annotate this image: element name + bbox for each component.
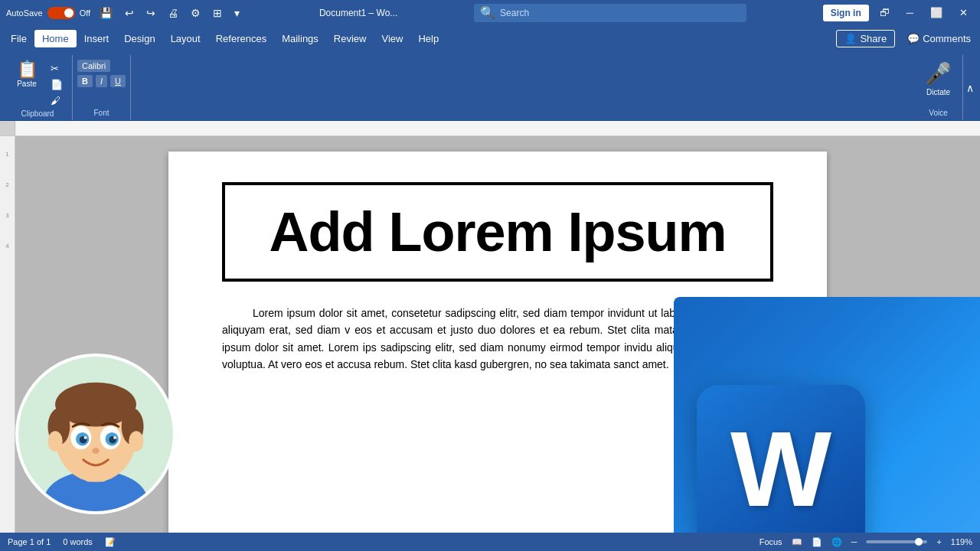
menu-right: 👤 Share 💬 Comments — [836, 30, 977, 47]
menu-design[interactable]: Design — [116, 30, 162, 47]
format-painter-button[interactable]: 🖌 — [46, 93, 67, 108]
bold-button[interactable]: B — [77, 75, 93, 87]
minimize-icon[interactable]: ─ — [900, 7, 920, 18]
horizontal-ruler — [15, 121, 980, 135]
autosave-toggle[interactable] — [47, 7, 75, 19]
svg-point-14 — [113, 436, 116, 439]
dictate-button[interactable]: 🎤 Dictate — [919, 58, 958, 99]
vertical-ruler: 1 2 3 4 — [0, 136, 15, 533]
print-preview-icon[interactable]: 🖨 — [165, 5, 181, 21]
voice-label: Voice — [929, 107, 947, 120]
share-icon: 👤 — [844, 33, 857, 44]
cut-icon: ✂ — [51, 63, 59, 74]
font-group-label: Font — [93, 107, 109, 120]
svg-point-13 — [84, 436, 87, 439]
search-icon: 🔍 — [480, 5, 495, 20]
document-title[interactable]: Add Lorem Ipsum — [269, 201, 726, 262]
avatar-svg — [18, 357, 173, 511]
menu-references[interactable]: References — [208, 30, 274, 47]
copy-button[interactable]: 📄 — [46, 77, 67, 92]
more-icon[interactable]: ▾ — [231, 5, 243, 21]
cut-button[interactable]: ✂ — [46, 61, 67, 76]
word-count[interactable]: 0 words — [63, 537, 93, 546]
comment-icon: 💬 — [907, 33, 920, 44]
menu-insert[interactable]: Insert — [77, 30, 117, 47]
ribbon-voice-group: 🎤 Dictate Voice — [914, 55, 963, 120]
ribbon-spacer — [131, 55, 914, 120]
share-label: Share — [860, 33, 887, 44]
word-logo-overlay: W — [674, 297, 980, 533]
save-icon[interactable]: 💾 — [96, 5, 116, 21]
titlebar-right: Sign in 🗗 ─ ⬜ ✕ — [823, 5, 974, 21]
main-area: 1 2 3 4 Add Lorem Ipsum Lorem ipsum dolo… — [0, 136, 980, 533]
restore-icon[interactable]: 🗗 — [874, 7, 896, 18]
signin-button[interactable]: Sign in — [823, 5, 869, 21]
track-changes-icon[interactable]: 📝 — [105, 537, 116, 547]
italic-button[interactable]: I — [96, 75, 107, 87]
print-layout-icon[interactable]: 📄 — [812, 537, 822, 547]
share-button[interactable]: 👤 Share — [836, 30, 895, 47]
format-painter-icon: 🖌 — [51, 95, 60, 106]
word-w-letter: W — [730, 416, 831, 523]
paste-button[interactable]: 📋 Paste — [8, 58, 46, 91]
ruler-area — [0, 121, 980, 136]
close-icon[interactable]: ✕ — [953, 7, 974, 18]
italic-icon: I — [100, 77, 103, 86]
clipboard-content: 📋 Paste ✂ 📄 🖌 — [8, 55, 67, 108]
page-info[interactable]: Page 1 of 1 — [8, 537, 51, 546]
ruler-mark-4: 4 — [0, 243, 15, 249]
underline-button[interactable]: U — [110, 75, 126, 87]
menu-bar: File Home Insert Design Layout Reference… — [0, 25, 980, 52]
search-placeholder: Search — [500, 8, 529, 18]
search-box[interactable]: 🔍 Search — [474, 4, 746, 22]
table-icon[interactable]: ⊞ — [210, 5, 225, 21]
menu-mailings[interactable]: Mailings — [274, 30, 326, 47]
dictate-label: Dictate — [926, 88, 950, 96]
word-icon-box: W — [697, 385, 865, 533]
toggle-thumb — [64, 8, 74, 18]
menu-layout[interactable]: Layout — [163, 30, 208, 47]
svg-point-16 — [47, 431, 62, 452]
zoom-slider[interactable] — [866, 540, 927, 543]
zoom-thumb — [915, 538, 923, 546]
maximize-icon[interactable]: ⬜ — [924, 7, 949, 18]
menu-file[interactable]: File — [3, 30, 34, 47]
autosave-area: AutoSave Off — [6, 7, 90, 19]
font-family-selector[interactable]: Calibri — [77, 60, 110, 72]
comments-button[interactable]: 💬 Comments — [901, 31, 977, 47]
voice-content: 🎤 Dictate — [919, 55, 958, 107]
copy-icon: 📄 — [51, 79, 63, 90]
svg-point-17 — [129, 431, 143, 452]
read-mode-icon[interactable]: 📖 — [792, 537, 802, 547]
status-right: Focus 📖 📄 🌐 ─ + 119% — [760, 537, 972, 547]
word-logo-background: W — [674, 297, 980, 533]
menu-home[interactable]: Home — [34, 30, 77, 47]
web-layout-icon[interactable]: 🌐 — [831, 537, 842, 547]
menu-view[interactable]: View — [374, 30, 410, 47]
zoom-level[interactable]: 119% — [951, 537, 972, 546]
paste-label: Paste — [17, 80, 37, 88]
paste-icon: 📋 — [17, 61, 38, 78]
underline-icon: U — [115, 77, 121, 86]
avatar-overlay — [15, 354, 176, 514]
focus-button[interactable]: Focus — [760, 537, 782, 546]
menu-review[interactable]: Review — [326, 30, 374, 47]
ribbon-clipboard-group: 📋 Paste ✂ 📄 🖌 Clipboard — [3, 55, 73, 120]
zoom-in-icon[interactable]: + — [936, 537, 941, 546]
dictate-icon: 🎤 — [925, 61, 952, 86]
ruler-mark-3: 3 — [0, 213, 15, 219]
autosave-state: Off — [80, 8, 90, 18]
svg-point-15 — [92, 448, 100, 454]
menu-help[interactable]: Help — [410, 30, 446, 47]
ribbon-collapse-button[interactable]: ∧ — [963, 55, 977, 120]
doc-title: Document1 – Wo... — [319, 8, 398, 18]
ruler-mark-1: 1 — [0, 152, 15, 158]
zoom-out-icon[interactable]: ─ — [851, 537, 858, 546]
ribbon-font-group: Calibri B I U Font — [73, 55, 131, 120]
customize-icon[interactable]: ⚙ — [188, 5, 204, 21]
font-content: Calibri B I U — [77, 55, 126, 107]
redo-icon[interactable]: ↪ — [143, 5, 158, 21]
status-bar: Page 1 of 1 0 words 📝 Focus 📖 📄 🌐 ─ + 11… — [0, 533, 980, 551]
title-box: Add Lorem Ipsum — [222, 182, 773, 282]
undo-icon[interactable]: ↩ — [122, 5, 137, 21]
